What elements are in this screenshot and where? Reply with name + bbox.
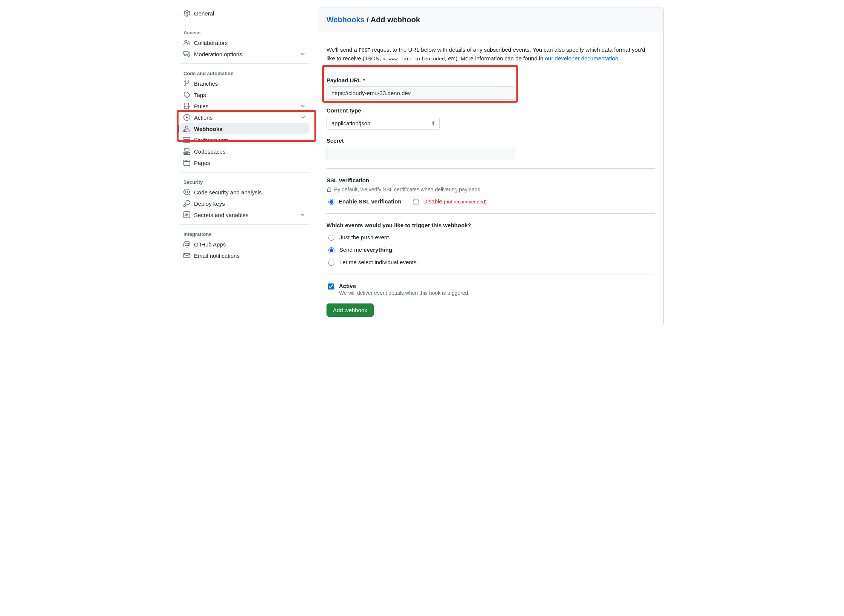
sidebar-label: Email notifications xyxy=(194,253,240,259)
section-header-security: Security xyxy=(180,176,309,186)
sidebar-label: Pages xyxy=(194,160,210,166)
add-webhook-button[interactable]: Add webhook xyxy=(327,303,374,317)
section-header-access: Access xyxy=(180,27,309,37)
sidebar-label: Secrets and variables xyxy=(194,212,248,218)
sidebar-item-collaborators[interactable]: Collaborators xyxy=(180,37,309,48)
events-just-push[interactable]: Just the push event. xyxy=(327,234,655,241)
ssl-enable-option[interactable]: Enable SSL verification xyxy=(327,198,401,205)
sidebar-item-moderation[interactable]: Moderation options xyxy=(180,48,309,60)
active-checkbox[interactable] xyxy=(328,283,334,290)
sidebar-label: Actions xyxy=(194,114,213,121)
play-circle-icon xyxy=(183,114,190,121)
events-select-radio[interactable] xyxy=(328,260,334,266)
key-asterisk-icon xyxy=(183,211,190,218)
sidebar-label: Code security and analysis xyxy=(194,189,262,196)
events-select-individual[interactable]: Let me select individual events. xyxy=(327,259,655,266)
breadcrumb-link[interactable]: Webhooks xyxy=(327,15,365,24)
sidebar-item-github-apps[interactable]: GitHub Apps xyxy=(180,239,309,250)
active-label: Active xyxy=(339,283,470,289)
browser-icon xyxy=(183,159,190,166)
section-header-integrations: Integrations xyxy=(180,228,309,239)
settings-sidebar: General Access Collaborators Moderation … xyxy=(180,8,309,325)
chevron-down-icon xyxy=(300,212,306,218)
sidebar-item-webhooks[interactable]: Webhooks xyxy=(180,123,309,134)
sidebar-item-environments[interactable]: Environments xyxy=(180,134,309,146)
sidebar-label: Tags xyxy=(194,92,206,98)
gear-icon xyxy=(183,10,190,17)
mail-icon xyxy=(183,252,190,259)
sidebar-item-tags[interactable]: Tags xyxy=(180,89,309,100)
payload-url-label: Payload URL * xyxy=(327,77,515,83)
sidebar-label: Branches xyxy=(194,80,218,87)
ssl-disable-option[interactable]: Disable (not recommended) xyxy=(411,198,487,205)
sidebar-item-general[interactable]: General xyxy=(180,8,309,19)
sidebar-item-pages[interactable]: Pages xyxy=(180,157,309,168)
codespaces-icon xyxy=(183,148,190,155)
intro-text: We'll send a POST request to the URL bel… xyxy=(327,45,655,70)
sidebar-item-email[interactable]: Email notifications xyxy=(180,250,309,261)
sidebar-item-codespaces[interactable]: Codespaces xyxy=(180,146,309,157)
sidebar-item-deploy-keys[interactable]: Deploy keys xyxy=(180,198,309,209)
events-title: Which events would you like to trigger t… xyxy=(327,222,655,228)
ssl-title: SSL verification xyxy=(327,177,655,183)
sidebar-label: Rules xyxy=(194,103,208,109)
server-icon xyxy=(183,137,190,143)
webhook-icon xyxy=(183,125,190,132)
ssl-note: By default, we verify SSL certificates w… xyxy=(327,186,655,192)
main-panel: Webhooks / Add webhook We'll send a POST… xyxy=(318,8,664,325)
sidebar-label: Webhooks xyxy=(194,126,223,132)
people-icon xyxy=(183,39,190,46)
sidebar-item-code-security[interactable]: Code security and analysis xyxy=(180,186,309,198)
ssl-disable-radio[interactable] xyxy=(413,199,419,205)
lock-icon xyxy=(327,187,332,192)
section-header-code: Code and automation xyxy=(180,68,309,78)
git-branch-icon xyxy=(183,80,190,87)
events-just-push-radio[interactable] xyxy=(328,235,334,241)
hubot-icon xyxy=(183,241,190,248)
sidebar-item-branches[interactable]: Branches xyxy=(180,78,309,89)
sidebar-item-actions[interactable]: Actions xyxy=(180,112,309,123)
active-note: We will deliver event details when this … xyxy=(339,290,470,296)
sidebar-item-secrets[interactable]: Secrets and variables xyxy=(180,209,309,220)
chevron-down-icon xyxy=(300,51,306,57)
ssl-enable-radio[interactable] xyxy=(328,199,334,205)
breadcrumb-current: Add webhook xyxy=(371,15,420,24)
payload-url-input[interactable] xyxy=(327,86,515,100)
breadcrumb: Webhooks / Add webhook xyxy=(318,8,663,32)
events-everything[interactable]: Send me everything. xyxy=(327,246,655,253)
sidebar-label: Deploy keys xyxy=(194,200,225,207)
content-type-select[interactable]: application/json xyxy=(327,117,440,130)
sidebar-label: Environments xyxy=(194,137,229,143)
codescan-icon xyxy=(183,189,190,196)
sidebar-label: General xyxy=(194,10,214,17)
chevron-down-icon xyxy=(300,114,306,120)
content-type-label: Content type xyxy=(327,107,655,114)
sidebar-item-rules[interactable]: Rules xyxy=(180,100,309,112)
secret-input[interactable] xyxy=(327,147,515,160)
comment-discussion-icon xyxy=(183,51,190,57)
repo-push-icon xyxy=(183,103,190,109)
sidebar-label: GitHub Apps xyxy=(194,241,226,248)
tag-icon xyxy=(183,91,190,98)
secret-label: Secret xyxy=(327,137,655,144)
sidebar-label: Moderation options xyxy=(194,51,242,57)
docs-link[interactable]: our developer documentation xyxy=(545,55,618,62)
sidebar-label: Collaborators xyxy=(194,40,228,46)
events-everything-radio[interactable] xyxy=(328,247,334,253)
chevron-down-icon xyxy=(300,103,306,109)
key-icon xyxy=(183,200,190,207)
sidebar-label: Codespaces xyxy=(194,148,225,155)
